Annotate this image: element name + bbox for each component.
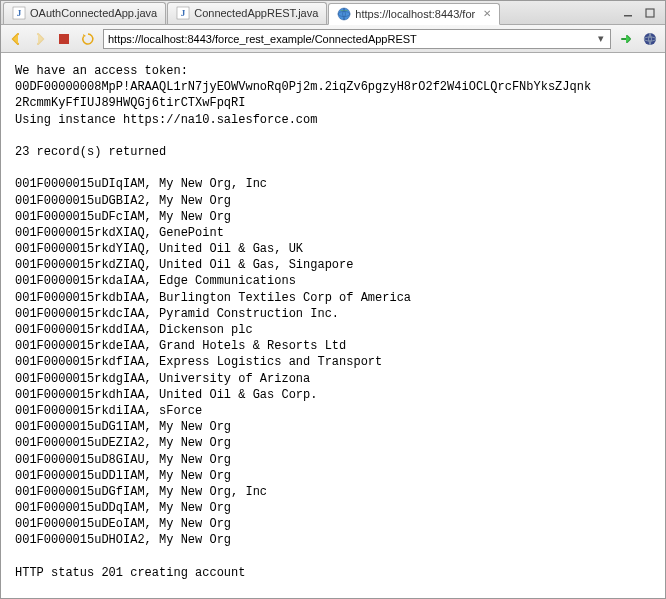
svg-rect-7 xyxy=(646,9,654,17)
window-controls xyxy=(621,6,663,20)
java-file-icon: J xyxy=(12,6,26,20)
svg-point-4 xyxy=(338,8,350,20)
svg-text:J: J xyxy=(17,8,22,18)
tab-browser[interactable]: https://localhost:8443/for ✕ xyxy=(328,3,500,25)
svg-point-9 xyxy=(644,33,656,45)
refresh-icon[interactable] xyxy=(79,30,97,48)
svg-text:J: J xyxy=(181,8,186,18)
browser-toolbar: ▾ xyxy=(1,25,665,53)
tab-label: ConnectedAppREST.java xyxy=(194,7,318,19)
minimize-button[interactable] xyxy=(621,6,635,20)
svg-rect-6 xyxy=(624,15,632,17)
tab-label: https://localhost:8443/for xyxy=(355,8,475,20)
url-input[interactable] xyxy=(108,33,596,45)
tab-bar: J OAuthConnectedApp.java J ConnectedAppR… xyxy=(1,1,665,25)
svg-rect-8 xyxy=(59,34,69,44)
globe-icon xyxy=(337,7,351,21)
chevron-down-icon[interactable]: ▾ xyxy=(596,32,606,45)
go-icon[interactable] xyxy=(617,30,635,48)
forward-arrow-icon[interactable] xyxy=(31,30,49,48)
close-icon[interactable]: ✕ xyxy=(483,8,491,19)
tab-oauth-connected-app[interactable]: J OAuthConnectedApp.java xyxy=(3,2,166,24)
tab-label: OAuthConnectedApp.java xyxy=(30,7,157,19)
stop-icon[interactable] xyxy=(55,30,73,48)
browser-content: We have an access token: 00DF00000008MpP… xyxy=(1,53,665,598)
tab-connected-app-rest[interactable]: J ConnectedAppREST.java xyxy=(167,2,327,24)
url-bar[interactable]: ▾ xyxy=(103,29,611,49)
ide-window: J OAuthConnectedApp.java J ConnectedAppR… xyxy=(0,0,666,599)
java-file-icon: J xyxy=(176,6,190,20)
back-arrow-icon[interactable] xyxy=(7,30,25,48)
maximize-button[interactable] xyxy=(643,6,657,20)
external-browser-icon[interactable] xyxy=(641,30,659,48)
